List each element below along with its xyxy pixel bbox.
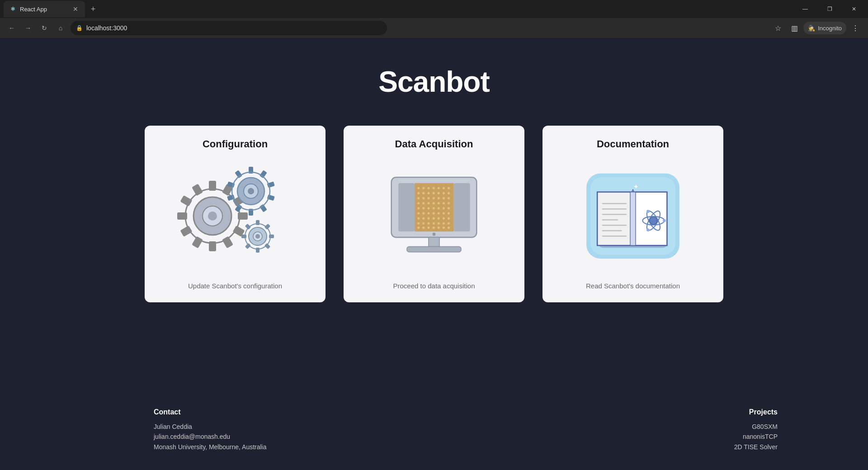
documentation-card-icon: ✦ ✦ ✦ ✦: [553, 157, 712, 275]
svg-point-95: [448, 217, 450, 220]
url-text: localhost:3000: [86, 24, 127, 32]
svg-point-101: [443, 222, 445, 225]
svg-point-57: [433, 192, 435, 194]
svg-rect-35: [269, 235, 274, 238]
svg-point-79: [438, 207, 440, 209]
svg-point-98: [427, 222, 429, 225]
documentation-card-desc: Read Scanbot's documentation: [586, 282, 680, 290]
footer-projects-heading: Projects: [734, 408, 778, 416]
svg-point-52: [443, 187, 445, 189]
documentation-card[interactable]: Documentation ✦ ✦ ✦ ✦: [542, 126, 723, 302]
svg-point-55: [422, 192, 425, 194]
menu-button[interactable]: ⋮: [848, 21, 863, 35]
data-acquisition-card-title: Data Acquisition: [395, 138, 473, 150]
bookmark-button[interactable]: ☆: [771, 21, 785, 35]
svg-point-92: [433, 217, 435, 220]
sidebar-button[interactable]: ▥: [787, 21, 802, 35]
new-tab-button[interactable]: +: [87, 3, 99, 15]
svg-point-100: [438, 222, 440, 225]
window-controls: — ❐ ✕: [795, 0, 864, 18]
address-bar[interactable]: 🔒 localhost:3000: [71, 21, 387, 35]
svg-point-108: [443, 226, 445, 229]
configuration-card-desc: Update Scanbot's configuration: [188, 282, 282, 290]
home-button[interactable]: ⌂: [54, 22, 67, 34]
address-bar-row: ← → ↻ ⌂ 🔒 localhost:3000 ☆ ▥ 🕵 Incognito…: [0, 18, 868, 38]
svg-point-102: [448, 222, 450, 225]
svg-point-83: [422, 212, 425, 214]
footer-project-2: nanonisTCP: [734, 432, 778, 442]
footer-contact-email: julian.ceddia@monash.edu: [154, 432, 267, 442]
svg-point-87: [443, 212, 445, 214]
svg-point-106: [433, 226, 435, 229]
svg-point-80: [443, 207, 445, 209]
tab-title: React App: [20, 6, 68, 13]
svg-point-111: [433, 233, 436, 236]
tab-close-button[interactable]: ✕: [71, 5, 80, 13]
svg-point-50: [433, 187, 435, 189]
svg-point-88: [448, 212, 450, 214]
svg-point-58: [438, 192, 440, 194]
data-acquisition-card[interactable]: Data Acquisition: [344, 126, 524, 302]
incognito-icon: 🕵: [808, 25, 815, 32]
svg-point-53: [448, 187, 450, 189]
svg-point-18: [248, 188, 254, 194]
footer-contact-institution: Monash University, Melbourne, Australia: [154, 442, 267, 452]
close-button[interactable]: ✕: [844, 0, 864, 18]
configuration-card-icon: [156, 157, 315, 275]
svg-rect-122: [630, 192, 636, 245]
lock-icon: 🔒: [76, 25, 83, 31]
cards-container: Configuration: [118, 126, 750, 302]
documentation-card-title: Documentation: [597, 138, 669, 150]
svg-point-60: [448, 192, 450, 194]
footer-project-1: G80SXM: [734, 422, 778, 432]
footer-contact: Contact Julian Ceddia julian.ceddia@mona…: [154, 408, 267, 452]
svg-point-76: [422, 207, 425, 209]
svg-point-65: [438, 197, 440, 199]
active-tab[interactable]: ⚛ React App ✕: [4, 1, 85, 17]
svg-rect-120: [597, 192, 632, 245]
toolbar-right: ☆ ▥ 🕵 Incognito ⋮: [771, 21, 863, 35]
svg-point-130: [650, 217, 657, 225]
svg-point-104: [422, 226, 425, 229]
svg-point-73: [443, 202, 445, 204]
svg-point-47: [417, 187, 420, 189]
svg-point-74: [448, 202, 450, 204]
svg-point-97: [422, 222, 425, 225]
svg-point-90: [422, 217, 425, 220]
configuration-card-title: Configuration: [203, 138, 268, 150]
svg-rect-112: [407, 247, 461, 252]
svg-point-75: [417, 207, 420, 209]
tab-bar: ⚛ React App ✕ + — ❐ ✕: [0, 0, 868, 18]
svg-point-105: [427, 226, 429, 229]
svg-point-85: [433, 212, 435, 214]
svg-point-82: [417, 212, 420, 214]
minimize-button[interactable]: —: [795, 0, 816, 18]
svg-point-86: [438, 212, 440, 214]
svg-point-89: [417, 217, 420, 220]
svg-point-67: [448, 197, 450, 199]
svg-point-94: [443, 217, 445, 220]
svg-point-66: [443, 197, 445, 199]
data-acquisition-card-icon: [354, 157, 514, 275]
footer-projects: Projects G80SXM nanonisTCP 2D TISE Solve…: [734, 408, 778, 452]
svg-point-136: [646, 210, 650, 213]
svg-point-107: [438, 226, 440, 229]
svg-point-93: [438, 217, 440, 220]
footer-contact-heading: Contact: [154, 408, 267, 416]
refresh-button[interactable]: ↻: [38, 22, 51, 34]
svg-point-62: [422, 197, 425, 199]
configuration-card[interactable]: Configuration: [145, 126, 326, 302]
svg-rect-37: [256, 248, 259, 253]
incognito-badge[interactable]: 🕵 Incognito: [803, 22, 846, 34]
back-button[interactable]: ←: [5, 22, 18, 34]
svg-point-134: [663, 219, 666, 222]
svg-point-70: [427, 202, 429, 204]
svg-point-69: [422, 202, 425, 204]
maximize-button[interactable]: ❐: [819, 0, 840, 18]
svg-point-61: [417, 197, 420, 199]
footer-contact-name: Julian Ceddia: [154, 422, 267, 432]
svg-point-96: [417, 222, 420, 225]
svg-rect-44: [398, 183, 415, 231]
svg-point-78: [433, 207, 435, 209]
forward-button[interactable]: →: [22, 22, 34, 34]
